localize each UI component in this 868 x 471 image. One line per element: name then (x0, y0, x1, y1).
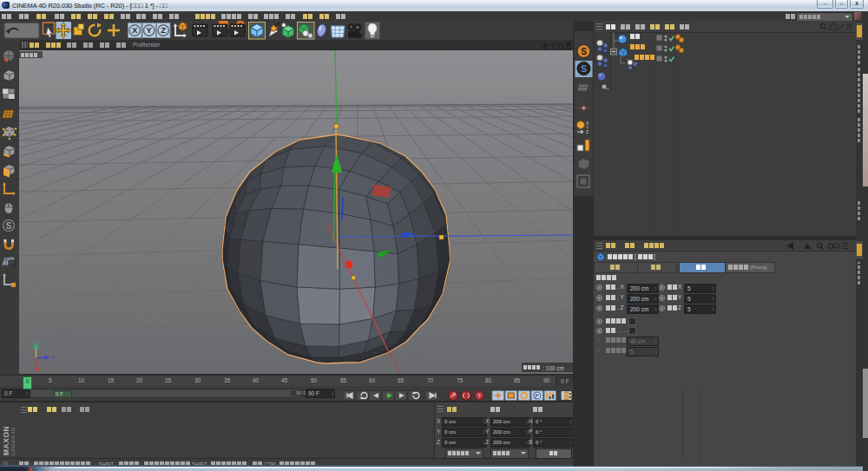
svg-text:Z: Z (161, 25, 166, 35)
svg-text:S: S (581, 64, 587, 74)
svg-text:Y: Y (31, 342, 35, 347)
svg-text:X: X (51, 355, 55, 360)
svg-text:X: X (132, 25, 138, 35)
svg-text:Y: Y (147, 25, 153, 35)
svg-text:Z: Z (586, 129, 589, 134)
svg-text:S: S (6, 221, 12, 231)
svg-text:S: S (581, 47, 587, 56)
svg-text:P: P (535, 393, 539, 399)
svg-text:?: ? (477, 393, 481, 399)
